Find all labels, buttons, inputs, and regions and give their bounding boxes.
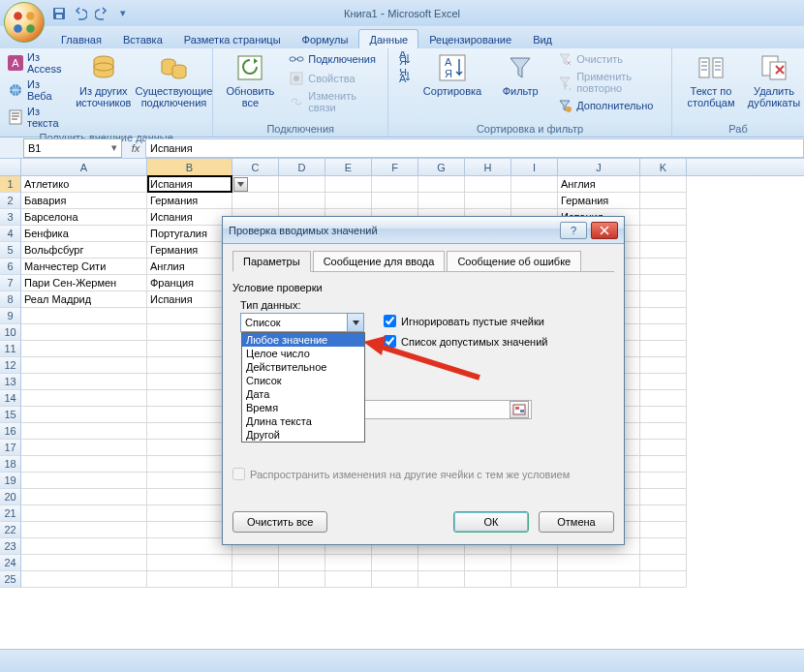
sort-button[interactable]: АЯСортировка (419, 50, 485, 99)
cell[interactable] (372, 555, 418, 571)
cell[interactable] (640, 341, 687, 357)
list-item[interactable]: Дата (242, 387, 364, 401)
list-item[interactable]: Список (242, 374, 364, 387)
list-item[interactable]: Время (242, 401, 364, 414)
tab-data[interactable]: Данные (358, 29, 418, 48)
cell[interactable] (640, 308, 687, 324)
dialog-titlebar[interactable]: Проверка вводимых значений ? (223, 217, 624, 244)
row-header[interactable]: 2 (0, 193, 21, 209)
cell[interactable]: Барселона (21, 209, 147, 226)
cell[interactable] (418, 571, 465, 588)
cell[interactable] (325, 193, 372, 209)
tab-insert[interactable]: Вставка (112, 29, 173, 48)
cell[interactable] (640, 522, 687, 538)
cell[interactable]: Вольфсбург (21, 242, 147, 259)
cell[interactable] (640, 456, 687, 473)
cell[interactable]: Англия (147, 259, 232, 275)
col-header[interactable]: C (232, 159, 279, 175)
cell[interactable]: Германия (147, 193, 232, 209)
from-other-button[interactable]: Из других источников (72, 50, 135, 110)
cell[interactable] (147, 423, 232, 440)
col-header[interactable]: E (325, 159, 372, 175)
row-header[interactable]: 12 (0, 357, 21, 374)
cell[interactable] (147, 374, 232, 390)
cell[interactable] (147, 324, 232, 341)
cell[interactable] (279, 555, 325, 571)
row-header[interactable]: 6 (0, 259, 21, 275)
row-header[interactable]: 24 (0, 555, 21, 571)
from-access-button[interactable]: AИз Access (6, 50, 66, 76)
cell[interactable]: Атлетико (21, 176, 147, 193)
col-header[interactable]: H (465, 159, 511, 175)
tab-input-message[interactable]: Сообщение для ввода (313, 251, 446, 272)
list-item[interactable]: Действительное (242, 360, 364, 374)
dropdown-icon[interactable]: ▾ (111, 141, 117, 154)
cell[interactable] (232, 571, 279, 588)
list-item[interactable]: Целое число (242, 347, 364, 360)
cell[interactable] (640, 423, 687, 440)
cell[interactable] (232, 193, 279, 209)
fx-icon[interactable]: fx (126, 142, 145, 154)
row-header[interactable]: 5 (0, 242, 21, 259)
cell[interactable]: Испания (147, 209, 232, 226)
cell[interactable] (147, 341, 232, 357)
allow-type-select[interactable]: Список Любое значениеЦелое числоДействит… (240, 313, 364, 332)
cell[interactable] (147, 357, 232, 374)
cell[interactable] (279, 193, 325, 209)
cell[interactable] (147, 473, 232, 489)
close-button[interactable] (591, 222, 618, 239)
cell[interactable] (640, 357, 687, 374)
cell[interactable] (21, 505, 147, 522)
select-all-corner[interactable] (0, 159, 21, 175)
cell[interactable] (147, 440, 232, 456)
office-button[interactable] (4, 2, 45, 43)
col-header[interactable]: G (418, 159, 465, 175)
row-header[interactable]: 16 (0, 423, 21, 440)
tab-error-alert[interactable]: Сообщение об ошибке (447, 251, 581, 272)
cell[interactable] (21, 423, 147, 440)
cell[interactable]: Реал Мадрид (21, 291, 147, 308)
cell[interactable] (640, 259, 687, 275)
row-header[interactable]: 17 (0, 440, 21, 456)
col-header[interactable]: B (147, 159, 232, 175)
cell[interactable] (640, 226, 687, 242)
cell[interactable]: Германия (147, 242, 232, 259)
col-header[interactable]: F (372, 159, 418, 175)
cell[interactable] (511, 176, 558, 193)
filter-button[interactable]: Фильтр (491, 50, 549, 99)
tab-view[interactable]: Вид (522, 29, 563, 48)
qat-dropdown-icon[interactable]: ▾ (114, 5, 132, 22)
cell[interactable] (640, 390, 687, 407)
cell[interactable] (465, 555, 511, 571)
cell[interactable] (558, 555, 640, 571)
cell[interactable] (640, 275, 687, 291)
cell[interactable] (418, 176, 465, 193)
remove-dup-button[interactable]: Удалить дубликаты (750, 50, 798, 110)
cell[interactable] (232, 555, 279, 571)
row-header[interactable]: 10 (0, 324, 21, 341)
cell[interactable]: Бенфика (21, 226, 147, 242)
cell[interactable] (640, 193, 687, 209)
from-web-button[interactable]: Из Веба (6, 77, 66, 103)
row-header[interactable]: 9 (0, 308, 21, 324)
checkbox[interactable] (384, 335, 396, 348)
cell[interactable] (21, 390, 147, 407)
sort-desc-button[interactable]: ЯА (394, 68, 414, 85)
cell[interactable]: Испания (147, 291, 232, 308)
cell[interactable] (325, 555, 372, 571)
cell[interactable] (558, 571, 640, 588)
cell[interactable] (640, 505, 687, 522)
cell[interactable] (640, 555, 687, 571)
cell[interactable] (279, 176, 325, 193)
cell[interactable] (640, 407, 687, 423)
cell[interactable] (147, 489, 232, 505)
save-icon[interactable] (50, 5, 68, 22)
cell[interactable] (21, 407, 147, 423)
row-header[interactable]: 4 (0, 226, 21, 242)
cell[interactable] (147, 456, 232, 473)
cell[interactable] (147, 390, 232, 407)
help-button[interactable]: ? (560, 222, 587, 239)
cell[interactable] (640, 176, 687, 193)
cell[interactable]: Франция (147, 275, 232, 291)
row-header[interactable]: 19 (0, 473, 21, 489)
